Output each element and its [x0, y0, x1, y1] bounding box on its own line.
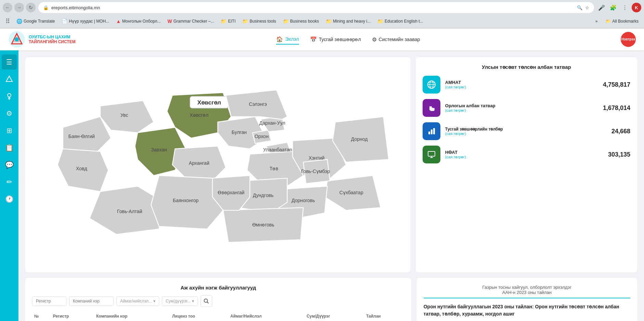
- noat-sublabel: (сая.төгрөг): [445, 155, 603, 159]
- col-license: Лиценз тоо: [170, 311, 228, 321]
- logo-svg: [8, 31, 25, 48]
- content-area: Баян-Өлгий Увс Ховд Завхан Хөвсгөл: [18, 50, 644, 321]
- bookmark-mining[interactable]: 📁 Mining and heavy i...: [323, 18, 373, 25]
- profile-button[interactable]: K: [632, 3, 641, 12]
- income-tax-sublabel: (сая.төгрөг): [445, 108, 598, 113]
- bookmark-mongolian[interactable]: ▲ Монголын Олборл...: [113, 18, 163, 25]
- nav-guide[interactable]: ⚙ Системийн заавар: [372, 35, 420, 44]
- amntat-sublabel: (сая.төгрөг): [445, 85, 598, 89]
- income-tax-value: 1,678,014: [603, 104, 630, 112]
- nav-home-label: Эхлэл: [285, 36, 299, 42]
- sidebar-item-grid[interactable]: ⊞: [2, 123, 17, 138]
- nav-guide-label: Системийн заавар: [379, 37, 420, 42]
- svg-text:Говь-Алтай: Говь-Алтай: [117, 209, 142, 214]
- top-nav: ОУИТБС-ЫН ЦАХИМ ТАЙЛАНГИЙН СИСТЕМ 🏠 Эхлэ…: [0, 28, 644, 50]
- sidebar-item-menu[interactable]: ☰: [2, 54, 17, 70]
- svg-text:Дархан-Уул: Дархан-Уул: [259, 120, 285, 126]
- bookmark-education[interactable]: 📁 Education English t...: [375, 18, 426, 25]
- folder-icon: 📁: [283, 18, 289, 24]
- bookmark-business-tools[interactable]: 📁 Business tools: [240, 18, 279, 25]
- svg-text:Хөвсгөл: Хөвсгөл: [197, 99, 221, 106]
- all-bookmarks-label: All Bookmarks: [612, 19, 639, 24]
- aimag-filter-select[interactable]: Аймаг/нийслэл... ▾: [116, 296, 159, 306]
- sum-filter-select[interactable]: Сум/дүүрэг... ▾: [162, 296, 198, 306]
- logo-text: ОУИТБС-ЫН ЦАХИМ ТАЙЛАНГИЙН СИСТЕМ: [29, 35, 76, 44]
- more-bookmarks-button[interactable]: »: [593, 18, 601, 24]
- info-main-title: Орон нутгийн байгууллагын 2023 оны тайла…: [424, 303, 630, 318]
- noat-value: 303,135: [608, 151, 630, 158]
- bookmark-nuur[interactable]: 📄 Нүүр хуудас | МОН...: [59, 18, 112, 25]
- svg-text:Архангай: Архангай: [189, 160, 209, 166]
- bookmark-google-translate[interactable]: 🌐 Google Translate: [14, 18, 57, 25]
- nuur-icon: 📄: [62, 18, 67, 24]
- company-panel: Аж ахуйн нэгж байгууллагууд Аймаг/нийслэ…: [25, 278, 411, 321]
- bookmark-label: Business tools: [249, 19, 276, 24]
- extension-button[interactable]: 🧩: [608, 3, 618, 12]
- browser-actions: 🎤 🧩 ⋮ K: [597, 3, 641, 12]
- bookmark-label: Education English t...: [385, 19, 423, 24]
- all-bookmarks[interactable]: 📁 All Bookmarks: [603, 18, 641, 24]
- login-button[interactable]: Нэвтрэх: [621, 32, 636, 47]
- nav-home[interactable]: 🏠 Эхлэл: [276, 35, 299, 45]
- browser-controls: ← → ↻: [3, 3, 36, 12]
- sidebar-item-history[interactable]: 🕐: [2, 192, 17, 207]
- license-fee-icon-box: [423, 122, 440, 140]
- sidebar-item-chat[interactable]: 💬: [2, 157, 17, 172]
- col-company-name: Компанийн нэр: [94, 311, 170, 321]
- sidebar-item-location[interactable]: [2, 89, 17, 104]
- bookmark-grammar[interactable]: W Grammar Checker –...: [165, 18, 217, 25]
- bookmark-business-books[interactable]: 📁 Business books: [280, 18, 322, 25]
- bookmark-label: Google Translate: [24, 19, 55, 24]
- sidebar-item-logo[interactable]: [2, 72, 17, 87]
- svg-text:Завхан: Завхан: [151, 147, 167, 152]
- svg-rect-35: [429, 106, 430, 110]
- svg-text:Сэлэнгэ: Сэлэнгэ: [249, 101, 267, 107]
- svg-rect-39: [428, 151, 435, 156]
- col-report: Тайлан: [364, 311, 404, 321]
- aimag-select-label: Аймаг/нийслэл...: [120, 299, 152, 304]
- stat-item-license-fee: Тусгай зөвшөөрлийн төлбөр (сая.төгрөг) 2…: [423, 122, 630, 140]
- bookmark-label: Grammar Checker –...: [173, 19, 214, 24]
- company-filter-input[interactable]: [69, 296, 114, 306]
- browser-top-bar: ← → ↻ 🔒 ereports.eitimongolia.mn 🔍 ☆ 🎤 🧩…: [3, 2, 641, 13]
- sidebar-item-settings[interactable]: ⚙: [2, 106, 17, 121]
- license-fee-label: Тусгай зөвшөөрлийн төлбөр: [445, 127, 607, 132]
- reload-button[interactable]: ↻: [26, 3, 36, 12]
- mic-button[interactable]: 🎤: [597, 3, 606, 12]
- nav-license[interactable]: 📅 Тусгай зөвшөөрөл: [310, 35, 361, 44]
- svg-line-43: [207, 302, 209, 304]
- svg-rect-36: [428, 132, 430, 134]
- sidebar-item-edit[interactable]: ✏: [2, 174, 17, 189]
- svg-text:Орхон: Орхон: [255, 134, 269, 139]
- sidebar: ☰ ⚙ ⊞ 📋 💬 ✏ 🕐: [0, 50, 18, 321]
- back-button[interactable]: ←: [3, 3, 12, 12]
- info-subtitle-text: Газрын тосны хайгуул, олборлолт эрхэлдэг: [424, 285, 630, 290]
- logo-line2: ТАЙЛАНГИЙН СИСТЕМ: [29, 39, 76, 44]
- settings-icon: ⚙: [372, 36, 377, 43]
- sidebar-item-report[interactable]: 📋: [2, 140, 17, 155]
- bookmark-eiti[interactable]: 📁 EITI: [218, 18, 238, 25]
- svg-text:Говь-Сүмбэр: Говь-Сүмбэр: [301, 169, 330, 174]
- svg-text:Хөвсгөл: Хөвсгөл: [190, 112, 208, 118]
- search-icon: [204, 298, 209, 304]
- table-header-row: № Регистр Компанийн нэр Лиценз тоо Аймаг…: [32, 311, 404, 321]
- info-panel: Газрын тосны хайгуул, олборлолт эрхэлдэг…: [417, 278, 637, 321]
- search-icon: 🔍: [577, 5, 582, 10]
- more-icon: »: [595, 19, 598, 24]
- search-button[interactable]: [201, 295, 212, 307]
- license-fee-value: 24,668: [611, 128, 630, 135]
- forward-button[interactable]: →: [14, 3, 24, 12]
- info-subtitle-text2: ААН-н 2023 оны тайлан: [424, 290, 630, 295]
- amntat-info: АМНАТ (сая.төгрөг): [445, 80, 598, 89]
- url-text[interactable]: ereports.eitimongolia.mn: [51, 5, 574, 10]
- svg-text:Дундговь: Дундговь: [253, 193, 273, 198]
- apps-button[interactable]: ⠿: [3, 16, 12, 26]
- star-icon: ☆: [585, 5, 589, 10]
- chevron-down-icon: ▾: [192, 299, 194, 304]
- svg-text:Булган: Булган: [232, 129, 247, 135]
- logo-area: ОУИТБС-ЫН ЦАХИМ ТАЙЛАНГИЙН СИСТЕМ: [8, 31, 76, 48]
- stat-item-income-tax: Орлогын албан татвар (сая.төгрөг) 1,678,…: [423, 99, 630, 117]
- menu-button[interactable]: ⋮: [620, 3, 630, 12]
- register-filter-input[interactable]: [32, 296, 66, 306]
- address-bar[interactable]: 🔒 ereports.eitimongolia.mn 🔍 ☆: [38, 2, 594, 13]
